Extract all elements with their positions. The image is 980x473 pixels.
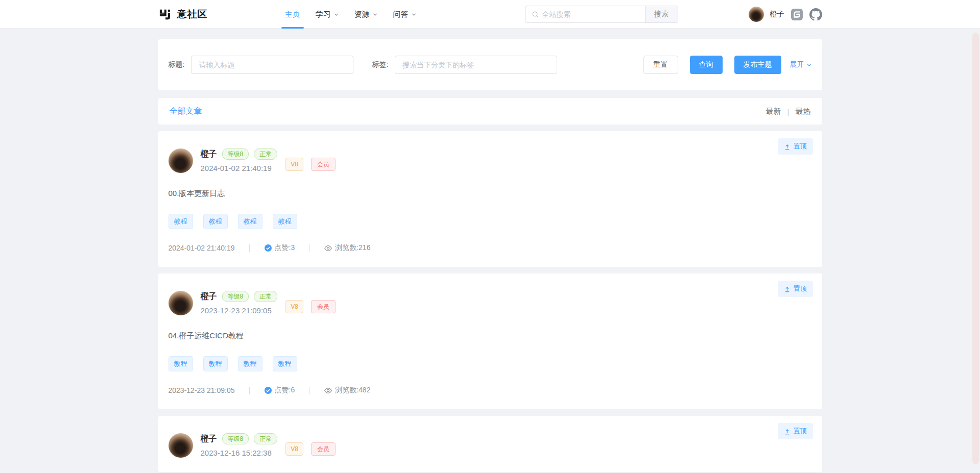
- views-label: 浏览数:216: [335, 243, 370, 253]
- post-author[interactable]: 橙子: [201, 291, 217, 302]
- vip-badge: V8: [285, 158, 303, 171]
- nav-label: 主页: [285, 10, 300, 19]
- query-button[interactable]: 查询: [690, 56, 723, 74]
- nav-item-home[interactable]: 主页: [277, 0, 308, 29]
- tag[interactable]: 教程: [273, 214, 297, 229]
- nav-item-resources[interactable]: 资源: [347, 0, 386, 29]
- divider: [249, 244, 250, 252]
- search-button[interactable]: 搜索: [645, 6, 678, 23]
- post-title[interactable]: 04.橙子运维CICD教程: [169, 331, 811, 341]
- site-logo[interactable]: 意社区: [158, 8, 208, 21]
- tag-filter-label: 标签:: [372, 60, 388, 69]
- tag[interactable]: 教程: [203, 214, 228, 229]
- member-badge: 会员: [311, 442, 336, 456]
- reset-button[interactable]: 重置: [643, 56, 678, 74]
- views: 浏览数:216: [324, 243, 370, 253]
- title-filter-input[interactable]: [191, 56, 353, 74]
- sort-newest[interactable]: 最新: [766, 107, 781, 116]
- username: 橙子: [770, 10, 784, 19]
- github-icon[interactable]: [809, 8, 822, 21]
- pin-label: 置顶: [794, 284, 807, 293]
- views-label: 浏览数:482: [335, 386, 370, 395]
- main-content: 标题: 标签: 重置 查询 发布主题 展开 全部文章 最新 | 最热: [158, 39, 822, 472]
- filter-bar: 标题: 标签: 重置 查询 发布主题 展开: [158, 39, 822, 90]
- tag-filter-input[interactable]: [395, 56, 557, 74]
- pin-label: 置顶: [794, 142, 807, 151]
- tag[interactable]: 教程: [238, 356, 262, 371]
- pin-top-icon: [784, 286, 791, 292]
- post-title[interactable]: 00.版本更新日志: [169, 189, 811, 198]
- expand-toggle[interactable]: 展开: [790, 60, 812, 69]
- search-icon: [532, 11, 539, 18]
- article-list-header: 全部文章 最新 | 最热: [158, 98, 822, 125]
- tag[interactable]: 教程: [238, 214, 262, 229]
- sort-options: 最新 | 最热: [766, 107, 811, 116]
- member-badge: 会员: [311, 158, 336, 171]
- member-badge: 会员: [311, 300, 336, 313]
- top-navbar: 意社区 主页 学习 资源 问答 搜索: [0, 0, 980, 29]
- pin-button[interactable]: 置顶: [778, 138, 813, 155]
- divider: [249, 387, 250, 394]
- tag[interactable]: 教程: [169, 214, 193, 229]
- publish-topic-button[interactable]: 发布主题: [734, 56, 781, 74]
- gitee-icon[interactable]: [791, 8, 803, 21]
- eye-icon: [324, 244, 332, 253]
- post-card: 置顶 橙子 等级8 正常 2023-12-23 21:09:05 V8 会员 0…: [158, 273, 822, 409]
- post-date: 2023-12-16 15:22:38: [201, 449, 278, 457]
- likes: 点赞:3: [264, 243, 295, 253]
- avatar[interactable]: [749, 7, 764, 22]
- search-input[interactable]: [542, 6, 645, 22]
- post-author[interactable]: 橙子: [201, 434, 217, 444]
- post-footer: 2024-01-02 21:40:19 点赞:3 浏览数:216: [169, 243, 811, 253]
- post-tags: 教程 教程 教程 教程: [169, 214, 811, 229]
- post-author[interactable]: 橙子: [201, 149, 217, 160]
- sort-hottest[interactable]: 最热: [796, 107, 811, 116]
- like-check-icon: [264, 244, 272, 252]
- status-badge: 正常: [254, 148, 277, 160]
- pin-button[interactable]: 置顶: [778, 281, 813, 297]
- expand-label: 展开: [790, 60, 804, 69]
- title-filter-label: 标题:: [169, 60, 185, 69]
- avatar[interactable]: [169, 433, 193, 458]
- like-check-icon: [264, 386, 272, 394]
- chevron-down-icon: [411, 12, 417, 17]
- nav-label: 问答: [393, 10, 409, 19]
- site-title: 意社区: [177, 8, 208, 21]
- nav-item-learn[interactable]: 学习: [308, 0, 347, 29]
- post-card: 置顶 橙子 等级8 正常 2023-12-16 15:22:38 V8 会员: [158, 416, 822, 472]
- tag[interactable]: 教程: [203, 356, 228, 371]
- level-badge: 等级8: [222, 148, 249, 160]
- pin-top-icon: [784, 428, 791, 435]
- divider: [309, 387, 309, 394]
- tag[interactable]: 教程: [273, 356, 297, 371]
- avatar[interactable]: [169, 291, 193, 315]
- scrollbar[interactable]: [972, 33, 979, 464]
- site-search: 搜索: [525, 6, 678, 23]
- logo-icon: [158, 8, 172, 21]
- tag[interactable]: 教程: [169, 356, 193, 371]
- divider: [309, 244, 309, 252]
- post-date: 2024-01-02 21:40:19: [201, 164, 278, 172]
- level-badge: 等级8: [222, 291, 249, 302]
- all-articles-link[interactable]: 全部文章: [170, 106, 202, 117]
- nav-label: 学习: [316, 10, 331, 19]
- nav-label: 资源: [354, 10, 370, 19]
- post-tags: 教程 教程 教程 教程: [169, 356, 811, 371]
- status-badge: 正常: [254, 291, 277, 302]
- chevron-down-icon: [333, 12, 339, 17]
- likes-label: 点赞:6: [275, 386, 295, 395]
- sort-divider: |: [787, 107, 790, 116]
- footer-date: 2023-12-23 21:09:05: [169, 386, 235, 394]
- pin-button[interactable]: 置顶: [778, 423, 813, 439]
- post-card: 置顶 橙子 等级8 正常 2024-01-02 21:40:19 V8 会员 0…: [158, 131, 822, 267]
- eye-icon: [324, 386, 332, 395]
- pin-top-icon: [784, 143, 791, 150]
- nav-item-qa[interactable]: 问答: [386, 0, 424, 29]
- post-date: 2023-12-23 21:09:05: [201, 306, 278, 315]
- post-footer: 2023-12-23 21:09:05 点赞:6 浏览数:482: [169, 386, 811, 395]
- views: 浏览数:482: [324, 386, 370, 395]
- pin-label: 置顶: [794, 427, 807, 436]
- avatar[interactable]: [169, 148, 193, 173]
- level-badge: 等级8: [222, 433, 249, 444]
- user-area: 橙子: [749, 7, 822, 22]
